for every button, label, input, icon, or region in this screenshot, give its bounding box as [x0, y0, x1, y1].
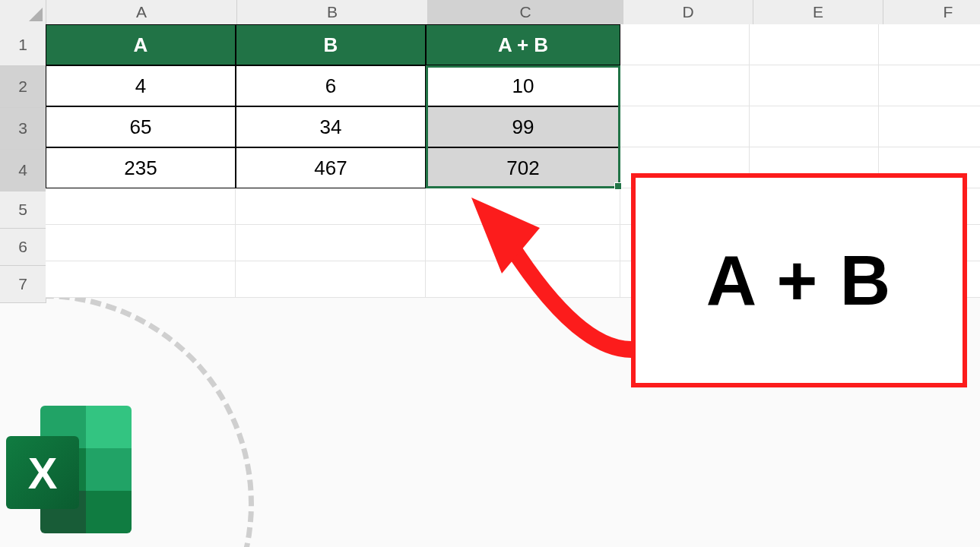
row-header-4[interactable]: 4 [0, 150, 46, 191]
cell-C3[interactable]: 99 [426, 106, 620, 147]
cell-E1[interactable] [750, 24, 879, 65]
cell-B4[interactable]: 467 [236, 147, 426, 188]
cell-E3[interactable] [750, 106, 879, 147]
cell-F3[interactable] [879, 106, 980, 147]
cell-D3[interactable] [620, 106, 750, 147]
cell-C7[interactable] [426, 261, 620, 298]
cell-F2[interactable] [879, 65, 980, 106]
row-header-5[interactable]: 5 [0, 191, 46, 229]
cell-B1[interactable]: B [236, 24, 426, 65]
cell-A3[interactable]: 65 [46, 106, 236, 147]
col-header-E[interactable]: E [753, 0, 883, 25]
cell-A4[interactable]: 235 [46, 147, 236, 188]
select-all-corner[interactable] [0, 0, 46, 25]
cell-B5[interactable] [236, 188, 426, 225]
cell-C1[interactable]: A + B [426, 24, 620, 65]
cell-A2[interactable]: 4 [46, 65, 236, 106]
cell-B7[interactable] [236, 261, 426, 298]
col-header-F[interactable]: F [883, 0, 980, 25]
cell-A5[interactable] [46, 188, 236, 225]
cell-A6[interactable] [46, 225, 236, 261]
callout-text: A + B [706, 241, 892, 321]
cell-D1[interactable] [620, 24, 750, 65]
cell-D2[interactable] [620, 65, 750, 106]
cell-B2[interactable]: 6 [236, 65, 426, 106]
cell-C6[interactable] [426, 225, 620, 261]
col-header-B[interactable]: B [237, 0, 428, 25]
column-headers: A B C D E F [0, 0, 980, 24]
cell-B3[interactable]: 34 [236, 106, 426, 147]
col-header-C[interactable]: C [428, 0, 623, 25]
cell-C4[interactable]: 702 [426, 147, 620, 188]
cell-A1[interactable]: A [46, 24, 236, 65]
row-header-6[interactable]: 6 [0, 229, 46, 266]
cell-C2[interactable]: 10 [426, 65, 620, 106]
row-header-3[interactable]: 3 [0, 108, 46, 150]
cell-B6[interactable] [236, 225, 426, 261]
cell-A7[interactable] [46, 261, 236, 298]
col-header-A[interactable]: A [46, 0, 237, 25]
row-header-2[interactable]: 2 [0, 66, 46, 108]
col-header-D[interactable]: D [623, 0, 753, 25]
cell-C5[interactable] [426, 188, 620, 225]
excel-logo-icon: X [6, 401, 143, 538]
spreadsheet: A B C D E F 1 2 3 4 5 6 7 A B A + B 4 6 … [0, 0, 980, 547]
row-headers: 1 2 3 4 5 6 7 [0, 24, 46, 303]
cell-F1[interactable] [879, 24, 980, 65]
row-header-1[interactable]: 1 [0, 24, 46, 66]
cell-E2[interactable] [750, 65, 879, 106]
row-header-7[interactable]: 7 [0, 266, 46, 303]
callout-box: A + B [631, 173, 967, 387]
